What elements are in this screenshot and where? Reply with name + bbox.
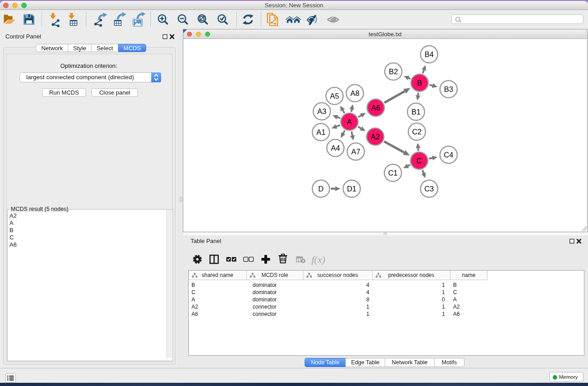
- svg-text:f(x): f(x): [311, 254, 325, 265]
- svg-text:A3: A3: [317, 107, 326, 115]
- svg-text:B1: B1: [411, 108, 421, 116]
- svg-text:C2: C2: [412, 128, 421, 136]
- svg-text:A4: A4: [331, 144, 340, 152]
- svg-text:A6: A6: [371, 104, 380, 112]
- svg-text:C1: C1: [388, 169, 397, 177]
- svg-text:C4: C4: [444, 151, 453, 159]
- svg-text:B4: B4: [425, 50, 434, 58]
- svg-text:A: A: [347, 118, 352, 126]
- svg-text:B: B: [417, 79, 422, 87]
- svg-text:C3: C3: [424, 185, 434, 193]
- svg-text:A5: A5: [330, 92, 339, 100]
- svg-text:A1: A1: [316, 128, 325, 136]
- svg-text:A2: A2: [371, 133, 380, 141]
- svg-text:A7: A7: [351, 148, 360, 156]
- svg-text:B2: B2: [389, 67, 398, 76]
- svg-text:A8: A8: [350, 89, 359, 97]
- svg-text:D: D: [318, 185, 324, 193]
- svg-text:B3: B3: [444, 85, 453, 93]
- svg-text:D1: D1: [347, 185, 356, 193]
- svg-text:C: C: [416, 157, 422, 165]
